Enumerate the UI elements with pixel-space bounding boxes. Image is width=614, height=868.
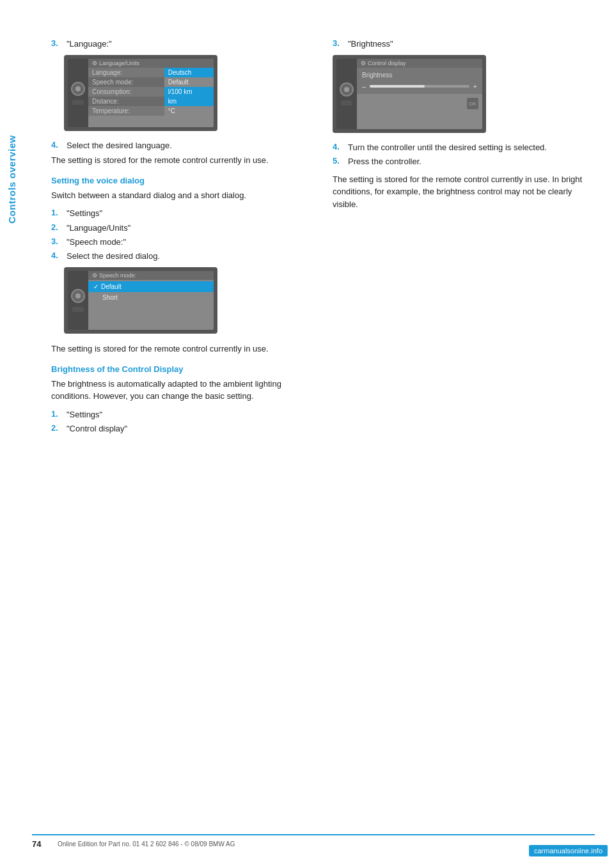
substep-3-text: "Speech mode:" — [67, 236, 126, 248]
brightness-substep-2: 2. "Control display" — [51, 423, 307, 435]
screen-title-bar: ⚙ Language/Units — [88, 59, 214, 68]
step-3-brightness: 3. "Brightness" — [333, 38, 588, 50]
brightness-slider-row: – + — [362, 82, 477, 90]
brightness-step-2-num: 2. — [51, 423, 63, 433]
substep-4: 4. Select the desired dialog. — [51, 251, 307, 262]
step-5-right-text: Press the controller. — [348, 156, 421, 167]
brightness-screen-display: ⚙ Control display Brightness – + — [357, 59, 482, 129]
step-5-right: 5. Press the controller. — [333, 156, 588, 167]
brightness-step-1-num: 1. — [51, 409, 63, 419]
brightness-step-2-text: "Control display" — [67, 423, 127, 435]
lang-row-distance: Distance: km — [88, 97, 214, 106]
nav-knob — [71, 82, 85, 96]
step-3-num: 3. — [51, 38, 63, 48]
minus-icon: – — [362, 82, 366, 90]
brightness-screen-bottom: OK — [357, 94, 482, 129]
speech-knob-area — [68, 271, 88, 330]
step-5-right-num: 5. — [333, 156, 344, 166]
watermark: carmanualsoniine.info — [529, 845, 608, 856]
speech-screen-title: Speech mode: — [99, 272, 136, 279]
step-3-brightness-num: 3. — [333, 38, 344, 48]
step-4-num: 4. — [51, 140, 63, 150]
substep-1-text: "Settings" — [67, 208, 102, 219]
step-3-language: 3. "Language:" — [51, 38, 307, 50]
lang-row-consumption: Consumption: l/100 km — [88, 87, 214, 97]
brightness-control-area: Brightness – + — [357, 68, 482, 94]
language-table: Language: Deutsch Speech mode: Default C… — [88, 68, 214, 116]
check-icon: ✓ — [93, 283, 98, 290]
brightness-track — [370, 85, 469, 88]
substep-2-text: "Language/Units" — [67, 222, 130, 234]
step-4-text: Select the desired language. — [67, 140, 172, 151]
left-column: 3. "Language:" ⚙ — [51, 38, 307, 437]
speech-screen-mockup: ⚙ Speech mode: ✓ Default Short — [64, 267, 217, 334]
substep-1-num: 1. — [51, 208, 63, 217]
knob-area — [68, 59, 88, 127]
substep-4-num: 4. — [51, 251, 63, 260]
body-text-2: The setting is stored for the remote con… — [51, 343, 307, 355]
step-3-brightness-text: "Brightness" — [348, 38, 393, 50]
footer-text: Online Edition for Part no. 01 41 2 602 … — [58, 841, 235, 848]
lang-row-speech: Speech mode: Default — [88, 77, 214, 87]
brightness-screen-title: Control display — [368, 60, 406, 66]
speech-nav-knob — [71, 289, 85, 303]
speech-options-list: ✓ Default Short — [88, 280, 214, 304]
speech-option-default: ✓ Default — [88, 281, 214, 292]
gear-icon-speech: ⚙ — [92, 272, 97, 279]
ok-button-hint: OK — [467, 98, 478, 109]
brightness-substep-1: 1. "Settings" — [51, 409, 307, 421]
step-3-text: "Language:" — [67, 38, 112, 50]
substep-3-num: 3. — [51, 236, 63, 246]
brightness-step-1-text: "Settings" — [67, 409, 102, 421]
gear-icon-brightness: ⚙ — [361, 60, 366, 66]
step-4-right: 4. Turn the controller until the desired… — [333, 142, 588, 153]
footer: 74 Online Edition for Part no. 01 41 2 6… — [32, 834, 595, 849]
body-text-1: The setting is stored for the remote con… — [51, 154, 307, 167]
plus-icon: + — [473, 82, 477, 90]
heading-voice-dialog: Setting the voice dialog — [51, 176, 307, 185]
language-screen-mockup: ⚙ Language/Units Language: Deutsch Speec… — [64, 55, 217, 131]
page-number: 74 — [32, 839, 51, 849]
substep-3: 3. "Speech mode:" — [51, 236, 307, 248]
brightness-intro: The brightness is automatically adapted … — [51, 378, 307, 403]
step-4-right-text: Turn the controller until the desired se… — [348, 142, 547, 153]
substep-4-text: Select the desired dialog. — [67, 251, 160, 262]
gear-icon: ⚙ — [92, 60, 97, 66]
heading-brightness: Brightness of the Control Display — [51, 364, 307, 374]
speech-screen-display: ⚙ Speech mode: ✓ Default Short — [88, 271, 214, 330]
brightness-screen-mockup: ⚙ Control display Brightness – + — [333, 55, 486, 133]
lang-row-language: Language: Deutsch — [88, 68, 214, 77]
speech-option-short: Short — [88, 292, 214, 303]
brightness-knob-area — [336, 59, 357, 129]
substep-1: 1. "Settings" — [51, 208, 307, 219]
body-text-right: The setting is stored for the remote con… — [333, 173, 588, 211]
right-column: 3. "Brightness" ⚙ — [333, 38, 588, 437]
brightness-nav-knob — [340, 82, 354, 97]
watermark-label: carmanualsoniine.info — [529, 845, 608, 856]
voice-dialog-intro: Switch between a standard dialog and a s… — [51, 189, 307, 202]
step-4-right-num: 4. — [333, 142, 344, 151]
sidebar-label: Controls overview — [0, 51, 23, 307]
main-content: 3. "Language:" ⚙ — [32, 0, 614, 476]
two-column-layout: 3. "Language:" ⚙ — [51, 38, 588, 437]
brightness-title-bar: ⚙ Control display — [357, 59, 482, 68]
lang-row-temp: Temperature: °C — [88, 106, 214, 116]
brightness-label: Brightness — [362, 72, 477, 79]
brightness-fill — [370, 85, 424, 88]
screen-title: Language/Units — [99, 60, 139, 66]
speech-title-bar: ⚙ Speech mode: — [88, 271, 214, 280]
language-screen-display: ⚙ Language/Units Language: Deutsch Speec… — [88, 59, 214, 127]
substep-2-num: 2. — [51, 222, 63, 232]
step-4-language: 4. Select the desired language. — [51, 140, 307, 151]
substep-2: 2. "Language/Units" — [51, 222, 307, 234]
